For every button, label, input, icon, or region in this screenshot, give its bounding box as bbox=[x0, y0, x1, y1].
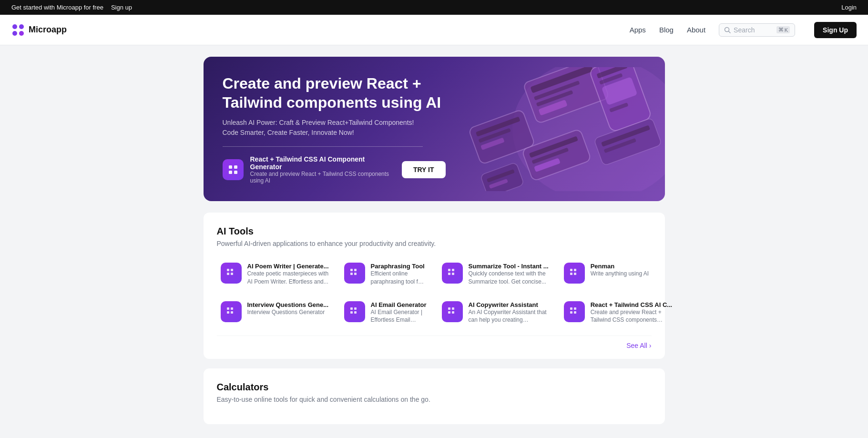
signup-button[interactable]: Sign Up bbox=[814, 22, 857, 38]
login-link[interactable]: Login bbox=[841, 4, 857, 11]
hero-subtitle: Unleash AI Power: Craft & Preview React+… bbox=[223, 118, 423, 138]
svg-rect-6 bbox=[229, 165, 232, 169]
hero-banner: Create and preview React + Tailwind comp… bbox=[204, 57, 665, 201]
tools-grid: AI Poem Writer | Generate... Create poet… bbox=[217, 259, 652, 328]
tool-icon-poem bbox=[221, 263, 242, 284]
svg-rect-37 bbox=[227, 273, 229, 275]
hero-app-desc: Create and preview React + Tailwind CSS … bbox=[250, 171, 395, 184]
navbar: Microapp Apps Blog About Search ⌘K Sign … bbox=[0, 15, 868, 45]
tool-desc-interview: Interview Questions Generator bbox=[247, 308, 329, 316]
svg-rect-40 bbox=[354, 269, 357, 271]
top-banner: Get started with Microapp for free Sign … bbox=[0, 0, 868, 15]
tool-icon-interview bbox=[221, 301, 242, 322]
hero-divider bbox=[223, 146, 423, 147]
svg-rect-42 bbox=[354, 273, 357, 275]
svg-rect-52 bbox=[231, 307, 233, 310]
search-placeholder: Search bbox=[734, 26, 755, 34]
tool-desc-paraphrase: Efficient online paraphrasing tool for r… bbox=[371, 270, 427, 286]
tool-desc-email-gen: AI Email Generator | Effortless Email Ge… bbox=[371, 308, 427, 325]
promo-text: Get started with Microapp for free bbox=[11, 4, 103, 11]
svg-line-5 bbox=[729, 31, 731, 33]
see-all-link[interactable]: See All › bbox=[626, 342, 651, 349]
banner-signup-link[interactable]: Sign up bbox=[111, 4, 132, 11]
svg-rect-57 bbox=[350, 311, 353, 314]
svg-rect-66 bbox=[574, 311, 576, 314]
nav-blog[interactable]: Blog bbox=[659, 26, 674, 34]
tool-item-paraphrase[interactable]: Paraphrasing Tool Efficient online parap… bbox=[340, 259, 430, 290]
calc-title: Calculators bbox=[217, 382, 652, 393]
tool-item-poem-writer[interactable]: AI Poem Writer | Generate... Create poet… bbox=[217, 259, 333, 290]
see-all-row: See All › bbox=[217, 336, 652, 349]
tool-icon-paraphrase bbox=[344, 263, 365, 284]
tool-item-react-tailwind[interactable]: React + Tailwind CSS AI C... Create and … bbox=[560, 297, 676, 328]
svg-rect-58 bbox=[354, 311, 357, 314]
tool-icon-summarize bbox=[442, 263, 463, 284]
svg-rect-41 bbox=[350, 273, 353, 275]
nav-about[interactable]: About bbox=[687, 26, 705, 34]
svg-rect-50 bbox=[574, 273, 576, 275]
svg-rect-60 bbox=[452, 307, 454, 310]
tool-info-react-tailwind: React + Tailwind CSS AI C... Create and … bbox=[591, 301, 673, 325]
svg-rect-7 bbox=[234, 165, 237, 169]
tool-info-copywriter: AI Copywriter Assistant An AI Copywriter… bbox=[469, 301, 549, 325]
hero-text-area: Create and preview React + Tailwind comp… bbox=[204, 57, 465, 201]
tool-info-interview: Interview Questions Gene... Interview Qu… bbox=[247, 301, 329, 316]
hero-app-info: React + Tailwind CSS AI Component Genera… bbox=[250, 155, 395, 184]
tool-name-poem: AI Poem Writer | Generate... bbox=[247, 263, 329, 270]
nav-links: Apps Blog About Search ⌘K Sign Up bbox=[630, 22, 857, 38]
hero-wireframe bbox=[465, 57, 665, 201]
svg-point-2 bbox=[12, 31, 17, 36]
tool-desc-react-tailwind: Create and preview React + Tailwind CSS … bbox=[591, 308, 673, 325]
tool-item-email-gen[interactable]: AI Email Generator AI Email Generator | … bbox=[340, 297, 430, 328]
svg-rect-45 bbox=[448, 273, 450, 275]
tool-desc-poem: Create poetic masterpieces with AI Poem … bbox=[247, 270, 329, 286]
svg-rect-49 bbox=[570, 273, 572, 275]
svg-point-0 bbox=[12, 24, 17, 29]
nav-apps[interactable]: Apps bbox=[630, 26, 646, 34]
svg-rect-9 bbox=[234, 171, 237, 174]
search-box[interactable]: Search ⌘K bbox=[719, 23, 795, 37]
tool-name-copywriter: AI Copywriter Assistant bbox=[469, 301, 549, 308]
tool-name-paraphrase: Paraphrasing Tool bbox=[371, 263, 427, 270]
svg-rect-43 bbox=[448, 269, 450, 271]
svg-rect-8 bbox=[229, 171, 232, 174]
svg-rect-39 bbox=[350, 269, 353, 271]
keyboard-shortcut: ⌘K bbox=[776, 26, 790, 33]
svg-rect-63 bbox=[570, 307, 572, 310]
svg-rect-38 bbox=[231, 273, 233, 275]
svg-rect-54 bbox=[231, 311, 233, 314]
svg-rect-56 bbox=[354, 307, 357, 310]
tool-item-penman[interactable]: Penman Write anything using AI bbox=[560, 259, 676, 290]
tool-desc-penman: Write anything using AI bbox=[591, 270, 673, 278]
wireframe-svg bbox=[465, 67, 665, 191]
tool-item-summarize[interactable]: Summarize Tool - Instant ... Quickly con… bbox=[438, 259, 552, 290]
calculators-section: Calculators Easy-to-use online tools for… bbox=[204, 368, 665, 424]
svg-rect-62 bbox=[452, 311, 454, 314]
main-content: Create and preview React + Tailwind comp… bbox=[196, 45, 673, 438]
tool-name-react-tailwind: React + Tailwind CSS AI C... bbox=[591, 301, 673, 308]
tool-name-email-gen: AI Email Generator bbox=[371, 301, 427, 308]
ai-tools-section: AI Tools Powerful AI-driven applications… bbox=[204, 213, 665, 359]
hero-app-row: React + Tailwind CSS AI Component Genera… bbox=[223, 155, 446, 184]
ai-tools-subtitle: Powerful AI-driven applications to enhan… bbox=[217, 240, 652, 247]
search-icon bbox=[724, 27, 731, 33]
tool-item-copywriter[interactable]: AI Copywriter Assistant An AI Copywriter… bbox=[438, 297, 552, 328]
try-it-button[interactable]: TRY IT bbox=[402, 161, 446, 178]
tool-icon-react-tailwind bbox=[564, 301, 585, 322]
tool-name-penman: Penman bbox=[591, 263, 673, 270]
svg-rect-55 bbox=[350, 307, 353, 310]
tool-icon-email-gen bbox=[344, 301, 365, 322]
logo[interactable]: Microapp bbox=[11, 23, 67, 37]
svg-rect-51 bbox=[227, 307, 229, 310]
hero-title: Create and preview React + Tailwind comp… bbox=[223, 74, 446, 112]
tool-info-paraphrase: Paraphrasing Tool Efficient online parap… bbox=[371, 263, 427, 286]
svg-rect-53 bbox=[227, 311, 229, 314]
svg-point-1 bbox=[19, 24, 24, 29]
tool-info-penman: Penman Write anything using AI bbox=[591, 263, 673, 278]
svg-rect-36 bbox=[231, 269, 233, 271]
tool-item-interview[interactable]: Interview Questions Gene... Interview Qu… bbox=[217, 297, 333, 328]
tool-icon-copywriter bbox=[442, 301, 463, 322]
see-all-label: See All bbox=[626, 342, 647, 349]
logo-icon bbox=[11, 23, 25, 37]
chevron-right-icon: › bbox=[649, 342, 652, 349]
